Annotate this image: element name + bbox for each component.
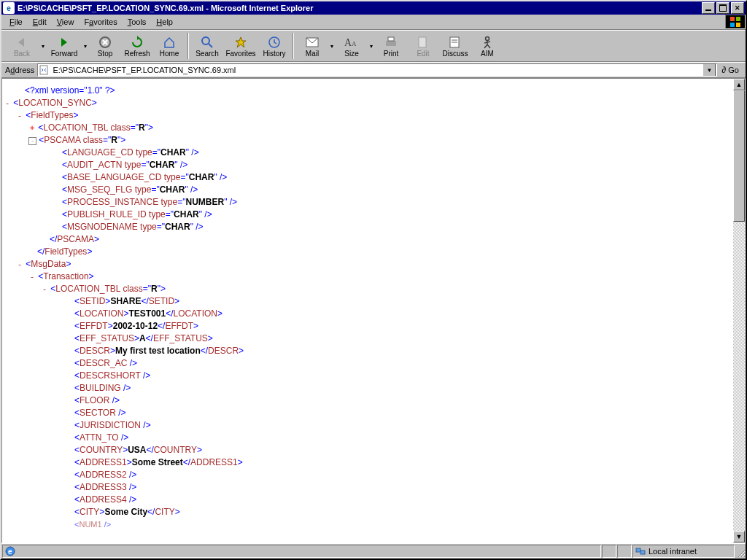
ie-logo xyxy=(725,15,746,29)
aim-button[interactable]: AIM xyxy=(471,31,503,61)
close-button[interactable]: ✕ xyxy=(731,2,744,14)
go-icon: ∂ xyxy=(721,65,726,75)
svg-rect-22 xyxy=(640,551,645,554)
mail-icon xyxy=(305,35,320,50)
status-zone-label: Local intranet xyxy=(649,547,697,556)
go-label: Go xyxy=(728,66,739,74)
svg-line-6 xyxy=(209,44,212,47)
forward-dropdown[interactable]: ▾ xyxy=(82,31,89,61)
collapse-toggle[interactable]: - xyxy=(4,97,11,109)
print-icon xyxy=(384,35,398,50)
stop-button[interactable]: Stop xyxy=(89,31,121,61)
home-button[interactable]: Home xyxy=(153,31,185,61)
history-button[interactable]: History xyxy=(258,31,290,61)
toolbar: Back ▾ Forward ▾ Stop Refresh Home Searc… xyxy=(1,30,746,62)
address-label: Address xyxy=(4,66,37,74)
scroll-up-button[interactable]: ▲ xyxy=(733,79,745,90)
resize-grip[interactable] xyxy=(735,545,746,558)
refresh-button[interactable]: Refresh xyxy=(121,31,153,61)
address-bar: Address E:\PS\CACHE\PSFT_EP.LOCATION_SYN… xyxy=(1,62,746,78)
back-label: Back xyxy=(14,50,30,58)
toolbar-separator-2 xyxy=(293,33,294,59)
collapse-toggle[interactable]: - xyxy=(16,109,23,122)
toolbar-separator xyxy=(187,33,189,59)
collapse-toggle[interactable]: - xyxy=(28,271,36,283)
favorites-button[interactable]: Favorites xyxy=(223,31,258,61)
svg-line-25 xyxy=(744,556,745,557)
go-button[interactable]: ∂ Go xyxy=(717,63,743,77)
home-icon xyxy=(162,35,177,50)
size-button[interactable]: AA Size xyxy=(336,31,368,61)
favorites-icon xyxy=(233,35,248,50)
status-zone: Local intranet xyxy=(632,545,735,558)
svg-rect-21 xyxy=(636,548,640,552)
edit-label: Edit xyxy=(417,50,429,58)
back-button[interactable]: Back xyxy=(4,31,39,61)
svg-rect-3 xyxy=(736,23,740,27)
svg-text:e: e xyxy=(8,548,12,556)
status-bar: e Local intranet xyxy=(1,543,746,559)
svg-line-23 xyxy=(738,551,745,557)
refresh-label: Refresh xyxy=(124,50,150,58)
title-bar: e E:\PS\CACHE\PSFT_EP.LOCATION_SYNC.69.x… xyxy=(1,1,746,15)
minimize-button[interactable] xyxy=(702,2,715,14)
svg-rect-11 xyxy=(386,41,396,46)
collapse-toggle[interactable]: - xyxy=(16,258,23,271)
address-field[interactable]: E:\PS\CACHE\PSFT_EP.LOCATION_SYNC.69.xml… xyxy=(37,63,717,77)
scrollbar-track[interactable] xyxy=(733,90,745,531)
collapse-toggle[interactable]: - xyxy=(41,283,48,295)
expand-toggle[interactable]: - xyxy=(28,137,36,145)
svg-rect-12 xyxy=(388,37,394,41)
discuss-label: Discuss xyxy=(442,50,468,58)
size-icon: AA xyxy=(344,35,359,50)
menu-view[interactable]: View xyxy=(52,16,80,28)
menu-bar: File Edit View Favorites Tools Help xyxy=(1,15,746,30)
status-slot-1 xyxy=(602,545,616,558)
edit-button[interactable]: Edit xyxy=(407,31,439,61)
back-dropdown[interactable]: ▾ xyxy=(39,31,47,61)
forward-button[interactable]: Forward xyxy=(47,31,82,61)
menu-help[interactable]: Help xyxy=(151,16,178,28)
aim-icon xyxy=(480,35,495,50)
window-title: E:\PS\CACHE\PSFT_EP.LOCATION_SYNC.69.xml… xyxy=(18,4,702,12)
address-dropdown[interactable]: ▼ xyxy=(703,63,716,77)
menu-favorites[interactable]: Favorites xyxy=(79,16,122,28)
mail-label: Mail xyxy=(306,50,319,58)
status-main: e xyxy=(2,545,601,558)
svg-text:A: A xyxy=(352,40,357,47)
ie-icon: e xyxy=(3,2,15,14)
menu-edit[interactable]: Edit xyxy=(28,16,52,28)
menu-file[interactable]: File xyxy=(4,16,28,28)
favorites-label: Favorites xyxy=(225,50,255,58)
maximize-button[interactable] xyxy=(716,2,729,14)
expand-toggle[interactable]: + xyxy=(28,122,36,134)
vertical-scrollbar[interactable]: ▲ ▼ xyxy=(733,79,745,542)
forward-label: Forward xyxy=(51,50,78,58)
mail-dropdown[interactable]: ▾ xyxy=(328,31,336,61)
back-icon xyxy=(15,35,29,50)
history-label: History xyxy=(263,50,285,58)
print-button[interactable]: Print xyxy=(375,31,407,61)
svg-point-17 xyxy=(486,36,489,40)
mail-button[interactable]: Mail xyxy=(296,31,328,61)
stop-label: Stop xyxy=(98,50,113,58)
menu-tools[interactable]: Tools xyxy=(123,16,152,28)
scrollbar-thumb[interactable] xyxy=(733,90,745,222)
svg-rect-18 xyxy=(40,66,47,74)
intranet-icon xyxy=(635,546,646,556)
svg-rect-2 xyxy=(730,23,735,27)
xml-declaration: <?xml version="1.0" ?> xyxy=(25,85,115,96)
search-label: Search xyxy=(196,50,219,58)
status-slot-2 xyxy=(617,545,632,558)
scroll-down-button[interactable]: ▼ xyxy=(733,531,745,542)
size-dropdown[interactable]: ▾ xyxy=(368,31,375,61)
history-icon xyxy=(267,35,282,50)
print-label: Print xyxy=(384,50,399,58)
search-button[interactable]: Search xyxy=(191,31,223,61)
xml-file-icon xyxy=(39,65,50,75)
stop-icon xyxy=(98,35,112,50)
discuss-button[interactable]: Discuss xyxy=(439,31,471,61)
xml-document-view: <?xml version="1.0" ?> - <LOCATION_SYNC>… xyxy=(2,79,733,542)
svg-point-5 xyxy=(202,37,209,44)
size-label: Size xyxy=(344,50,358,58)
